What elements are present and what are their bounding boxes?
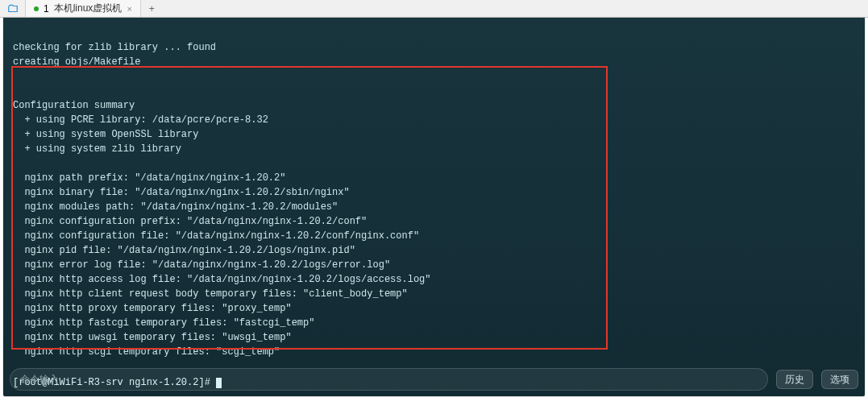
command-input-wrapper[interactable] [10, 368, 768, 391]
folder-icon[interactable] [0, 0, 26, 18]
output-line: nginx http uwsgi temporary files: "uwsgi… [13, 332, 292, 343]
output-line: + using system OpenSSL library [13, 129, 198, 140]
output-line: nginx pid file: "/data/nginx/nginx-1.20.… [13, 245, 355, 256]
output-line: Configuration summary [13, 100, 135, 111]
output-line: nginx http access log file: "/data/nginx… [13, 274, 430, 285]
tab-badge: 1 [44, 3, 49, 14]
options-button[interactable]: 选项 [821, 370, 858, 389]
tab-active[interactable]: 1 本机linux虚拟机 × [26, 0, 141, 17]
history-button[interactable]: 历史 [776, 370, 813, 389]
output-line: nginx http scgi temporary files: "scgi_t… [13, 346, 280, 358]
add-tab-button[interactable]: + [141, 3, 163, 14]
output-line: nginx path prefix: "/data/nginx/nginx-1.… [13, 172, 285, 184]
command-input[interactable] [20, 374, 758, 385]
output-line: nginx http proxy temporary files: "proxy… [13, 303, 292, 314]
output-line: creating objs/Makefile [13, 56, 140, 68]
terminal-output[interactable]: checking for zlib library ... found crea… [3, 18, 865, 374]
close-icon[interactable]: × [127, 4, 131, 14]
output-line: nginx modules path: "/data/nginx/nginx-1… [13, 201, 338, 213]
command-input-bar: 历史 选项 [10, 367, 858, 391]
terminal-panel: checking for zlib library ... found crea… [3, 18, 865, 396]
output-line: nginx binary file: "/data/nginx/nginx-1.… [13, 187, 350, 198]
tab-label: 本机linux虚拟机 [54, 2, 123, 15]
status-dot-icon [34, 6, 39, 11]
output-line: + using PCRE library: /data/pcre/pcre-8.… [13, 114, 268, 126]
output-line: nginx error log file: "/data/nginx/nginx… [13, 259, 390, 271]
tab-bar: 1 本机linux虚拟机 × + [0, 0, 868, 18]
output-line: checking for zlib library ... found [13, 42, 216, 53]
output-line: + using system zlib library [13, 143, 181, 155]
output-line: nginx configuration file: "/data/nginx/n… [13, 230, 419, 242]
output-line: nginx configuration prefix: "/data/nginx… [13, 216, 367, 227]
output-line: nginx http fastcgi temporary files: "fas… [13, 317, 314, 329]
output-line: nginx http client request body temporary… [13, 288, 408, 300]
